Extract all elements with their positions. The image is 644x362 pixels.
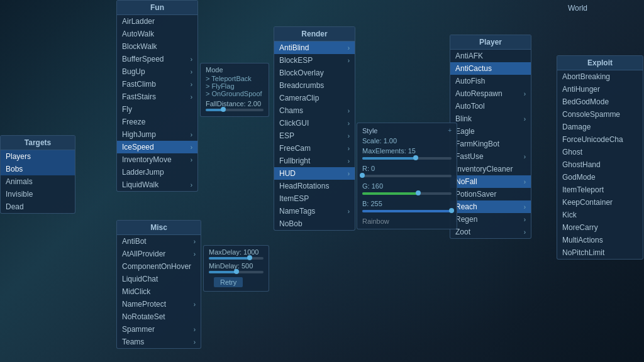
target-animals[interactable]: Animals: [1, 175, 75, 188]
fun-title: Fun: [117, 1, 197, 15]
exploit-ghosthand[interactable]: GhostHand: [557, 158, 643, 171]
player-autofish[interactable]: AutoFish: [450, 75, 531, 87]
fun-blockwalk[interactable]: BlockWalk: [117, 40, 197, 53]
fall-distance-slider[interactable]: [206, 109, 264, 111]
exploit-kick[interactable]: Kick: [557, 209, 643, 221]
hud-g: G: 160: [357, 181, 457, 191]
render-fullbright[interactable]: Fullbright ›: [274, 155, 355, 167]
exploit-title: Exploit: [557, 56, 643, 70]
misc-liquidchat[interactable]: LiquidChat: [117, 273, 201, 285]
fun-panel: Fun AirLadder AutoWalk BlockWalk BufferS…: [116, 0, 198, 192]
fun-bugup[interactable]: BugUp ›: [117, 65, 197, 78]
player-autotool[interactable]: AutoTool: [450, 100, 531, 112]
fun-fly[interactable]: Fly: [117, 103, 197, 116]
misc-nameprotect[interactable]: NameProtect ›: [117, 298, 201, 310]
misc-teams[interactable]: Teams ›: [117, 336, 201, 348]
max-delay-label: MaxDelay: 1000: [209, 248, 264, 256]
render-freecam[interactable]: FreeCam ›: [274, 142, 355, 155]
exploit-itemteleport[interactable]: ItemTeleport: [557, 184, 643, 196]
render-esp[interactable]: ESP ›: [274, 129, 355, 142]
player-title: Player: [450, 35, 531, 50]
player-anticactus[interactable]: AntiCactus: [450, 62, 531, 75]
misc-componentonhover[interactable]: ComponentOnHover: [117, 260, 201, 273]
exploit-panel: Exploit AbortBreaking AntiHunger BedGodM…: [557, 55, 643, 260]
fall-distance: FallDistance: 2.00: [206, 100, 264, 107]
target-dead[interactable]: Dead: [1, 200, 75, 213]
player-nofall[interactable]: NoFall ›: [450, 175, 531, 188]
mode-teleportback[interactable]: > TeleportBack: [206, 75, 264, 82]
exploit-nopitchlimit[interactable]: NoPitchLimit: [557, 246, 643, 259]
exploit-ghost[interactable]: Ghost: [557, 146, 643, 158]
exploit-abortbreaking[interactable]: AbortBreaking: [557, 70, 643, 83]
min-delay-slider[interactable]: [209, 271, 264, 273]
maxelements-slider[interactable]: [357, 156, 457, 163]
r-slider[interactable]: [357, 173, 457, 181]
exploit-forceunicode[interactable]: ForceUnicodeCha: [557, 133, 643, 146]
fun-airladder[interactable]: AirLadder: [117, 15, 197, 28]
render-breadcrumbs[interactable]: Breadcrumbs: [274, 79, 355, 92]
hud-r: R: 0: [357, 163, 457, 173]
exploit-morecarry[interactable]: MoreCarry: [557, 221, 643, 234]
exploit-damage[interactable]: Damage: [557, 121, 643, 133]
render-clickgui[interactable]: ClickGUI ›: [274, 117, 355, 129]
max-delay-slider[interactable]: [209, 257, 264, 260]
hud-scale: Scale: 1.00: [357, 136, 457, 146]
mode-ongroundspoof[interactable]: > OnGroundSpoof: [206, 90, 264, 97]
mode-flyflag[interactable]: > FlyFlag: [206, 82, 264, 90]
misc-spammer[interactable]: Spammer ›: [117, 323, 201, 336]
player-blink[interactable]: Blink ›: [450, 112, 531, 125]
fun-ladderjump[interactable]: LadderJump: [117, 166, 197, 178]
target-invisible[interactable]: Invisible: [1, 188, 75, 200]
render-blockoverlay[interactable]: BlockOverlay: [274, 67, 355, 79]
exploit-keepcontainer[interactable]: KeepContainer: [557, 196, 643, 209]
misc-norotateset[interactable]: NoRotateSet: [117, 310, 201, 323]
render-nobob[interactable]: NoBob: [274, 217, 355, 230]
exploit-godmode[interactable]: GodMode: [557, 171, 643, 184]
exploit-bedgodmode[interactable]: BedGodMode: [557, 96, 643, 108]
render-title: Render: [274, 27, 355, 41]
fun-fastclimb[interactable]: FastClimb ›: [117, 78, 197, 90]
render-chams[interactable]: Chams ›: [274, 104, 355, 117]
player-fastuse[interactable]: FastUse ›: [450, 150, 531, 163]
player-zoot[interactable]: Zoot ›: [450, 226, 531, 238]
fun-icespeed[interactable]: IceSpeed ›: [117, 141, 197, 153]
player-panel: Player AntiAFK AntiCactus AutoFish AutoR…: [450, 35, 531, 239]
player-farmkingbot[interactable]: FarmKingBot: [450, 138, 531, 150]
exploit-multiactions[interactable]: MultiActions: [557, 234, 643, 246]
fun-highjump[interactable]: HighJump ›: [117, 128, 197, 141]
player-reach[interactable]: Reach ›: [450, 200, 531, 213]
hud-subpanel: Style + Scale: 1.00 MaxElements: 15 R: 0…: [357, 123, 457, 229]
render-itemesp[interactable]: ItemESP: [274, 192, 355, 205]
fun-faststairs[interactable]: FastStairs ›: [117, 90, 197, 103]
render-hud[interactable]: HUD ›: [274, 167, 355, 180]
world-label: World: [568, 4, 587, 13]
fun-freeze[interactable]: Freeze: [117, 116, 197, 128]
render-antiblind[interactable]: AntiBlind ›: [274, 41, 355, 54]
fun-bufferspeed[interactable]: BufferSpeed ›: [117, 53, 197, 65]
render-blockesp[interactable]: BlockESP ›: [274, 54, 355, 67]
misc-midclick[interactable]: MidClick: [117, 285, 201, 298]
fun-autowalk[interactable]: AutoWalk: [117, 28, 197, 40]
player-inventorycleaner[interactable]: InventoryCleaner: [450, 163, 531, 175]
retry-button[interactable]: Retry: [214, 277, 243, 287]
exploit-antihunger[interactable]: AntiHunger: [557, 83, 643, 96]
misc-atallprovider[interactable]: AtAllProvider ›: [117, 248, 201, 260]
exploit-consolespammer[interactable]: ConsoleSpamme: [557, 108, 643, 121]
fun-liquidwalk[interactable]: LiquidWalk ›: [117, 178, 197, 191]
b-slider[interactable]: [357, 209, 457, 216]
render-cameraclip[interactable]: CameraClip: [274, 92, 355, 104]
player-antiafk[interactable]: AntiAFK: [450, 50, 531, 62]
player-autorespawn[interactable]: AutoRespawn ›: [450, 87, 531, 100]
fun-inventorymove[interactable]: InventoryMove ›: [117, 153, 197, 166]
player-potionsaver[interactable]: PotionSaver: [450, 188, 531, 200]
render-nametags[interactable]: NameTags ›: [274, 205, 355, 217]
render-headrotations[interactable]: HeadRotations: [274, 180, 355, 192]
hud-rainbow[interactable]: Rainbow: [357, 216, 457, 226]
player-eagle[interactable]: Eagle: [450, 125, 531, 138]
target-players[interactable]: Players: [1, 150, 75, 163]
misc-antibot[interactable]: AntiBot ›: [117, 235, 201, 248]
targets-panel: Targets Players Bobs Animals Invisible D…: [0, 135, 75, 214]
g-slider[interactable]: [357, 191, 457, 199]
player-regen[interactable]: Regen ›: [450, 213, 531, 226]
target-bobs[interactable]: Bobs: [1, 163, 75, 175]
